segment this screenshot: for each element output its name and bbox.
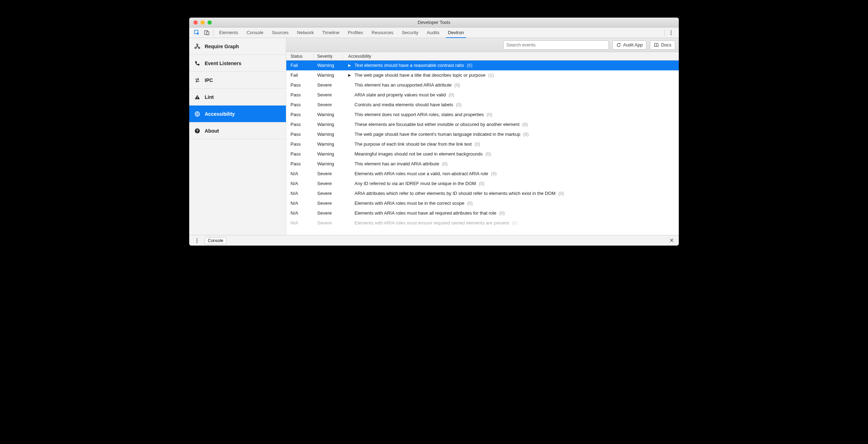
cell-severity: Severe — [314, 102, 343, 107]
table-row[interactable]: PassWarningThis element has an invalid A… — [286, 159, 679, 169]
tab-network[interactable]: Network — [293, 27, 318, 38]
cell-description: ARIA state and property values must be v… — [343, 92, 679, 97]
cell-description: This element has an unsupported ARIA att… — [343, 82, 679, 88]
question-icon: ? — [194, 128, 200, 134]
svg-text:?: ? — [196, 129, 198, 133]
maximize-window-button[interactable] — [208, 20, 212, 25]
tab-resources[interactable]: Resources — [367, 27, 397, 38]
table-row[interactable]: PassWarningThe purpose of each link shou… — [286, 139, 679, 149]
table-row[interactable]: FailWarning▶Text elements should have a … — [286, 61, 679, 70]
table-row[interactable]: PassSevereARIA state and property values… — [286, 90, 679, 100]
cell-status: Fail — [286, 63, 314, 68]
header-severity[interactable]: Severity — [314, 54, 343, 59]
table-row[interactable]: N/ASevereARIA attributes which refer to … — [286, 189, 679, 198]
cell-description: Elements with ARIA roles must have all r… — [343, 210, 679, 216]
disclosure-arrow-icon[interactable]: ▶ — [348, 63, 352, 67]
tab-devtron[interactable]: Devtron — [444, 27, 468, 38]
cell-description: ARIA attributes which refer to other ele… — [343, 191, 679, 196]
description-text: ARIA attributes which refer to other ele… — [355, 191, 556, 196]
sidebar-item-lint[interactable]: Lint — [189, 89, 286, 106]
tab-security[interactable]: Security — [397, 27, 422, 38]
table-row[interactable]: PassWarningThis element does not support… — [286, 110, 679, 120]
svg-point-4 — [671, 32, 672, 33]
description-text: Elements with ARIA roles must ensure req… — [355, 220, 509, 226]
cell-status: Pass — [286, 92, 314, 97]
table-row[interactable]: PassWarningThe web page should have the … — [286, 129, 679, 139]
tab-console[interactable]: Console — [242, 27, 268, 38]
minimize-window-button[interactable] — [200, 20, 205, 25]
count-badge: (0) — [479, 181, 484, 186]
table-header: Status Severity Accessibility — [286, 52, 679, 61]
tab-elements[interactable]: Elements — [215, 27, 242, 38]
description-text: These elements are focusable but either … — [355, 122, 519, 127]
table-row[interactable]: FailWarning▶The web page should have a t… — [286, 70, 679, 80]
count-badge: (0) — [512, 220, 517, 226]
table-row[interactable]: PassSevereControls and media elements sh… — [286, 100, 679, 110]
description-text: Elements with ARIA roles must have all r… — [355, 210, 496, 216]
description-text: Any ID referred to via an IDREF must be … — [355, 181, 476, 186]
tab-profiles[interactable]: Profiles — [344, 27, 367, 38]
table-row[interactable]: PassWarningMeaningful images should not … — [286, 149, 679, 159]
content-area: Require GraphEvent ListenersIPCLintAcces… — [189, 38, 679, 235]
cell-status: N/A — [286, 201, 314, 206]
cell-status: Pass — [286, 122, 314, 127]
close-window-button[interactable] — [193, 20, 198, 25]
svg-point-15 — [197, 240, 198, 241]
audit-app-button[interactable]: Audit App — [612, 40, 647, 50]
count-badge: (0) — [454, 82, 460, 88]
header-status[interactable]: Status — [286, 54, 314, 59]
count-badge: (1) — [488, 72, 494, 78]
table-row[interactable]: N/ASevereElements with ARIA roles must b… — [286, 198, 679, 208]
cell-description: Controls and media elements should have … — [343, 102, 679, 107]
traffic-lights — [189, 20, 212, 25]
sidebar-item-ipc[interactable]: IPC — [189, 72, 286, 89]
table-row[interactable]: N/ASevereAny ID referred to via an IDREF… — [286, 179, 679, 189]
count-badge: (0) — [485, 151, 491, 157]
cell-description: Any ID referred to via an IDREF must be … — [343, 181, 679, 186]
table-row[interactable]: PassWarningThese elements are focusable … — [286, 120, 679, 129]
table-row[interactable]: PassSevereThis element has an unsupporte… — [286, 80, 679, 90]
inspect-element-icon[interactable] — [192, 27, 202, 38]
cell-description: Elements with ARIA roles must ensure req… — [343, 220, 679, 226]
cell-status: Pass — [286, 161, 314, 166]
docs-button[interactable]: Docs — [650, 40, 675, 50]
cell-status: N/A — [286, 210, 314, 216]
cell-description: Elements with ARIA roles must be in the … — [343, 201, 679, 206]
description-text: Elements with ARIA roles must use a vali… — [355, 171, 488, 176]
header-accessibility[interactable]: Accessibility — [343, 54, 679, 59]
cell-status: Pass — [286, 141, 314, 147]
toolbar: Audit App Docs — [286, 38, 679, 52]
cell-description: This element does not support ARIA roles… — [343, 112, 679, 117]
description-text: This element has an unsupported ARIA att… — [355, 82, 452, 88]
kebab-menu-icon[interactable] — [666, 27, 676, 38]
svg-point-14 — [197, 238, 198, 239]
sidebar-item-accessibility[interactable]: Accessibility — [189, 106, 286, 122]
cell-description: Meaningful images should not be used in … — [343, 151, 679, 157]
cell-severity: Warning — [314, 161, 343, 166]
sidebar-item-require-graph[interactable]: Require Graph — [189, 38, 286, 55]
table-row[interactable]: N/ASevereElements with ARIA roles must e… — [286, 218, 679, 228]
cell-description: This element has an invalid ARIA attribu… — [343, 161, 679, 166]
description-text: The web page should have the content's h… — [355, 132, 521, 137]
tab-audits[interactable]: Audits — [422, 27, 443, 38]
table-row[interactable]: N/ASevereElements with ARIA roles must h… — [286, 208, 679, 218]
tab-sources[interactable]: Sources — [268, 27, 293, 38]
tabbar-divider — [213, 29, 213, 36]
count-badge: (6) — [467, 63, 472, 68]
cell-description: The web page should have the content's h… — [343, 132, 679, 137]
tab-timeline[interactable]: Timeline — [318, 27, 344, 38]
count-badge: (0) — [442, 161, 448, 166]
sidebar-item-label: Lint — [205, 94, 214, 100]
cell-description: The purpose of each link should be clear… — [343, 141, 679, 147]
drawer-menu-icon[interactable] — [192, 238, 202, 243]
search-input[interactable] — [503, 40, 609, 50]
sidebar-item-label: About — [205, 128, 219, 134]
console-drawer-tab[interactable]: Console — [205, 237, 226, 244]
sidebar-item-about[interactable]: ?About — [189, 122, 286, 139]
table-row[interactable]: N/ASevereElements with ARIA roles must u… — [286, 169, 679, 179]
device-mode-icon[interactable] — [202, 27, 212, 38]
close-drawer-icon[interactable]: ✕ — [667, 237, 676, 244]
window-titlebar: Developer Tools — [189, 18, 679, 27]
sidebar-item-event-listeners[interactable]: Event Listeners — [189, 55, 286, 72]
disclosure-arrow-icon[interactable]: ▶ — [348, 73, 352, 77]
